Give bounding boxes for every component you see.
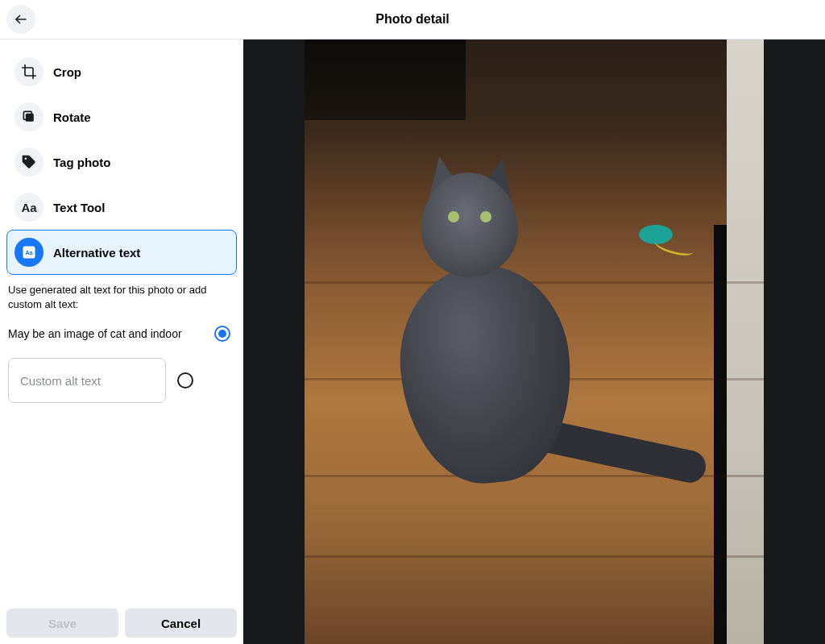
generated-alt-radio[interactable] bbox=[214, 326, 230, 342]
svg-text:Aa: Aa bbox=[25, 249, 33, 256]
floor-plank bbox=[305, 555, 764, 558]
tool-text-tool[interactable]: Aa Text Tool bbox=[6, 185, 237, 230]
back-button[interactable] bbox=[6, 5, 35, 34]
sidebar: Crop Rotate Tag photo Aa Text Tool Aa Al… bbox=[0, 39, 243, 644]
photo-preview bbox=[243, 39, 825, 644]
text-tool-icon: Aa bbox=[15, 193, 44, 222]
custom-alt-input[interactable] bbox=[8, 358, 166, 403]
background-wall bbox=[727, 39, 764, 644]
alt-text-instructions: Use generated alt text for this photo or… bbox=[6, 283, 237, 311]
tool-tag-photo[interactable]: Tag photo bbox=[6, 139, 237, 185]
tool-alt-text[interactable]: Aa Alternative text bbox=[6, 230, 237, 275]
background-door-gap bbox=[714, 225, 727, 644]
crop-icon bbox=[15, 57, 44, 86]
cat-eye-right bbox=[480, 211, 491, 222]
sidebar-footer: Save Cancel bbox=[6, 602, 237, 638]
save-button[interactable]: Save bbox=[6, 609, 118, 638]
tool-tag-photo-label: Tag photo bbox=[53, 156, 110, 169]
svg-point-3 bbox=[25, 158, 27, 160]
arrow-left-icon bbox=[14, 12, 28, 27]
page-title: Photo detail bbox=[375, 12, 450, 27]
floor-plank bbox=[305, 281, 764, 284]
custom-alt-radio[interactable] bbox=[177, 372, 193, 388]
tool-alt-text-label: Alternative text bbox=[53, 246, 140, 260]
alt-text-section: Use generated alt text for this photo or… bbox=[6, 275, 237, 411]
svg-rect-1 bbox=[26, 114, 34, 122]
background-doorway bbox=[305, 39, 466, 120]
generated-alt-option[interactable]: May be an image of cat and indoor bbox=[6, 311, 237, 350]
rotate-icon bbox=[15, 102, 44, 131]
tool-crop-label: Crop bbox=[53, 65, 81, 79]
header: Photo detail bbox=[0, 0, 825, 39]
sidebar-spacer bbox=[6, 411, 237, 602]
cat-eye-left bbox=[448, 211, 459, 222]
custom-alt-option[interactable] bbox=[6, 350, 237, 411]
tool-rotate[interactable]: Rotate bbox=[6, 94, 237, 139]
tool-text-tool-label: Text Tool bbox=[53, 201, 105, 214]
tool-rotate-label: Rotate bbox=[53, 110, 91, 124]
cat-toy-string bbox=[653, 235, 696, 259]
tool-crop[interactable]: Crop bbox=[6, 49, 237, 94]
alt-text-icon: Aa bbox=[15, 238, 44, 267]
generated-alt-text: May be an image of cat and indoor bbox=[8, 327, 182, 340]
content: Crop Rotate Tag photo Aa Text Tool Aa Al… bbox=[0, 39, 825, 644]
cat-body bbox=[392, 258, 580, 489]
photo-content bbox=[305, 39, 764, 644]
tag-icon bbox=[15, 147, 44, 177]
cancel-button[interactable]: Cancel bbox=[125, 609, 237, 638]
